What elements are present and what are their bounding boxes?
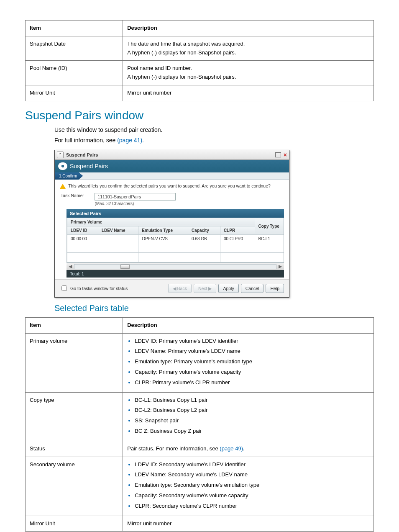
go-to-tasks-label: Go to tasks window for status: [70, 286, 128, 291]
link-page-41[interactable]: (page 41): [117, 137, 142, 144]
intro-line1: Use this window to suspend pair creation…: [54, 126, 374, 134]
scroll-left-icon[interactable]: ◀: [67, 264, 73, 269]
th-desc: Description: [123, 21, 374, 36]
cell-item: Snapshot Date: [26, 36, 123, 61]
warning-text: This wizard lets you confirm the selecte…: [68, 183, 271, 188]
cell-item: Mirror Unit: [26, 516, 123, 532]
list-item: Capacity: Primary volume's volume capaci…: [135, 368, 369, 377]
list-item: SS: Snapshot pair: [135, 416, 369, 425]
cell-clpr: 00:CLPR0: [220, 234, 255, 243]
list-item: BC-L1: Business Copy L1 pair: [135, 396, 369, 405]
heading-selected-pairs-table: Selected Pairs table: [54, 303, 374, 313]
status-suffix: .: [243, 445, 245, 452]
warning-icon: [60, 184, 66, 189]
hp-logo-icon: [58, 162, 67, 170]
col-ldev-name[interactable]: LDEV Name: [98, 226, 138, 234]
task-name-label: Task Name:: [61, 193, 84, 198]
list-item: LDEV Name: Secondary volume's LDEV name: [135, 470, 369, 479]
th-item: Item: [26, 21, 123, 36]
cell-desc: The date and time that a snapshot was ac…: [123, 36, 374, 61]
link-page-49[interactable]: (page 49): [220, 445, 243, 452]
ribbon-title: Suspend Pairs: [70, 163, 108, 170]
selected-pairs-title: Selected Pairs: [66, 209, 284, 218]
table-row[interactable]: 00:00:00 OPEN-V CVS 0.68 GB 00:CLPR0 BC-…: [67, 234, 284, 243]
task-name-input[interactable]: 111101-SuspendPairs: [95, 193, 176, 200]
go-to-tasks-input[interactable]: [61, 285, 67, 291]
status-prefix: Pair status. For more information, see: [127, 445, 220, 452]
restore-icon[interactable]: [275, 152, 281, 157]
col-ldev-id[interactable]: LDEV ID: [67, 226, 98, 234]
col-clpr[interactable]: CLPR: [220, 226, 255, 234]
intro-line2: For full information, see (page 41).: [54, 136, 374, 145]
list-item: Emulation type: Primary volume's emulati…: [135, 357, 369, 366]
scroll-right-icon[interactable]: ▶: [277, 264, 283, 269]
window-title: Suspend Pairs: [66, 152, 98, 157]
collapse-icon[interactable]: ⌃: [57, 152, 64, 158]
th-item: Item: [26, 317, 123, 333]
cell-item: Secondary volume: [26, 457, 123, 516]
scroll-thumb[interactable]: [120, 265, 130, 269]
list-item: Capacity: Secondary volume's volume capa…: [135, 491, 369, 500]
cancel-button[interactable]: Cancel: [241, 284, 264, 293]
cell-item: Primary volume: [26, 333, 123, 392]
selected-pairs-grid: Primary Volume Copy Type Status LDEV ID …: [67, 218, 284, 262]
cell-desc: LDEV ID: Secondary volume's LDEV identif…: [123, 457, 374, 516]
cell-ldev-name: [98, 234, 138, 243]
cell-item: Copy type: [26, 392, 123, 441]
top-table: Item Description Snapshot Date The date …: [25, 20, 374, 101]
close-icon[interactable]: ×: [284, 152, 287, 158]
back-button: ◀ Back: [168, 284, 192, 293]
go-to-tasks-checkbox[interactable]: Go to tasks window for status: [60, 284, 128, 292]
selected-pairs-desc-table: Item Description Primary volume LDEV ID:…: [25, 317, 374, 532]
list-item: LDEV ID: Primary volume's LDEV identifie…: [135, 337, 369, 346]
list-item: BC-L2: Business Copy L2 pair: [135, 406, 369, 415]
cell-copy-type: BC-L1: [255, 234, 284, 243]
intro-prefix: For full information, see: [54, 137, 117, 144]
ribbon: Suspend Pairs: [55, 160, 289, 172]
cell-capacity: 0.68 GB: [188, 234, 220, 243]
list-item: CLPR: Primary volume's CLPR number: [135, 378, 369, 387]
cell-emulation: OPEN-V CVS: [138, 234, 188, 243]
apply-button[interactable]: Apply: [218, 284, 238, 293]
col-emulation[interactable]: Emulation Type: [138, 226, 188, 234]
cell-item: Mirror Unit: [26, 85, 123, 101]
cell-item: Pool Name (ID): [26, 61, 123, 85]
group-primary-volume: Primary Volume: [67, 218, 255, 226]
cell-desc: LDEV ID: Primary volume's LDEV identifie…: [123, 333, 374, 392]
intro-suffix: .: [142, 137, 144, 144]
horizontal-scrollbar[interactable]: ◀ ▶: [66, 263, 284, 270]
step-tab-confirm: 1.Confirm: [55, 172, 83, 180]
cell-desc: Mirror unit number: [123, 85, 374, 101]
col-copy-type[interactable]: Copy Type: [255, 218, 284, 234]
list-item: LDEV Name: Primary volume's LDEV name: [135, 347, 369, 356]
list-item: CLPR: Secondary volume's CLPR number: [135, 502, 369, 511]
cell-desc: BC-L1: Business Copy L1 pair BC-L2: Busi…: [123, 392, 374, 441]
next-button: Next ▶: [194, 284, 217, 293]
total-row: Total: 1: [66, 270, 284, 278]
cell-ldev-id: 00:00:00: [67, 234, 98, 243]
heading-suspend-pairs-window: Suspend Pairs window: [25, 109, 374, 122]
list-item: LDEV ID: Secondary volume's LDEV identif…: [135, 460, 369, 469]
task-name-hint: (Max. 32 Characters): [95, 201, 176, 206]
cell-desc: Mirror unit number: [123, 516, 374, 532]
col-capacity[interactable]: Capacity: [188, 226, 220, 234]
cell-desc: Pair status. For more information, see (…: [123, 441, 374, 457]
help-button[interactable]: Help: [266, 284, 284, 293]
th-desc: Description: [123, 317, 374, 333]
list-item: BC Z: Business Copy Z pair: [135, 427, 369, 436]
dialog-suspend-pairs: ⌃ Suspend Pairs × Suspend Pairs 1.Confir…: [54, 150, 289, 298]
cell-desc: Pool name and ID number. A hyphen (-) di…: [123, 61, 374, 85]
list-item: Emulation type: Secondary volume's emula…: [135, 481, 369, 490]
cell-item: Status: [26, 441, 123, 457]
